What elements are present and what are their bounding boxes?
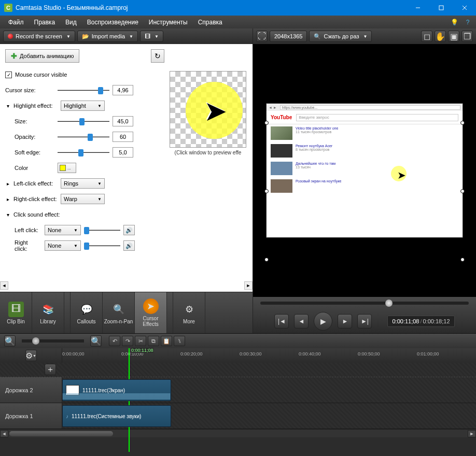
resize-handle[interactable] — [460, 189, 465, 193]
resize-handle[interactable] — [460, 121, 465, 125]
video-frame[interactable]: ◄ ►https://www.youtube... YouTube Введит… — [266, 103, 463, 238]
menu-tools[interactable]: Инструменты — [144, 17, 193, 27]
paste-button[interactable]: 📋 — [161, 336, 172, 346]
expand-leftclick-icon[interactable]: ▸ — [5, 181, 10, 187]
prev-frame-button[interactable]: |◄ — [274, 314, 289, 329]
timeline-options-icon[interactable]: ⚙▼ — [25, 350, 37, 361]
menu-play[interactable]: Воспроизведение — [82, 17, 144, 27]
track1-header[interactable]: Дорожка 1 — [0, 403, 62, 429]
timeline-ruler[interactable]: ⚙▼ 0:00:00;00 0:00:10;00 0:00:20;00 0:00… — [0, 348, 476, 363]
track2-content[interactable]: 11111.trec(Экран) — [62, 377, 476, 403]
app-name: Camtasia Studio — [16, 4, 61, 11]
canvas[interactable]: ◄ ►https://www.youtube... YouTube Введит… — [253, 44, 476, 297]
cursor-size-slider[interactable] — [58, 87, 109, 94]
leftclick-snd-combo[interactable]: None▼ — [45, 225, 81, 235]
cursor-size-value[interactable]: 4,96 — [113, 85, 133, 95]
shrink-fit-button[interactable]: 🔍Сжать до раз▼ — [309, 31, 372, 42]
opacity-slider[interactable] — [58, 133, 109, 140]
record-screen-button[interactable]: Record the screen▼ — [3, 31, 75, 42]
size-slider[interactable] — [58, 118, 109, 125]
step-fwd-button[interactable]: ► — [338, 314, 352, 329]
more-icon: ⚙ — [181, 302, 197, 317]
step-back-button[interactable]: ◄ — [294, 314, 309, 329]
opacity-value[interactable]: 60 — [113, 132, 133, 142]
add-track-button[interactable]: ＋ — [45, 364, 56, 375]
add-animation-button[interactable]: ✚Добавить анимацию — [5, 49, 79, 63]
track1-content[interactable]: ♪ 11111.trec(Системные звуки) — [62, 403, 476, 429]
cursor-preview[interactable]: ➤ — [170, 71, 246, 148]
tab-more[interactable]: ⚙More — [173, 292, 205, 333]
editing-dimensions-icon[interactable]: ⛶ — [256, 31, 268, 42]
hscroll-right-icon[interactable]: ► — [244, 281, 253, 290]
rightclick-vol-slider[interactable] — [84, 242, 120, 249]
zoom-in-icon[interactable]: 🔍 — [90, 335, 102, 347]
pan-tool-icon[interactable]: ✋ — [435, 31, 446, 42]
redo-button[interactable]: ↷ — [122, 336, 133, 346]
menu-help[interactable]: Справка — [193, 17, 228, 27]
split-button[interactable]: ⑊ — [174, 336, 185, 346]
fullscreen-icon[interactable]: ❐ — [461, 31, 473, 42]
resize-handle[interactable] — [264, 258, 269, 262]
resize-handle[interactable] — [264, 189, 269, 193]
tab-clipbin[interactable]: 🎞Clip Bin — [0, 292, 32, 333]
leftclick-effect-combo[interactable]: Rings▼ — [61, 178, 105, 189]
scrubber[interactable] — [253, 297, 476, 309]
color-picker-button[interactable]: ... — [58, 163, 76, 173]
expand-highlight-icon[interactable]: ▾ — [5, 103, 10, 109]
expand-rightclick-icon[interactable]: ▸ — [5, 196, 10, 202]
detach-icon[interactable]: ▣ — [448, 31, 459, 42]
reset-button[interactable]: ↻ — [151, 49, 164, 63]
timeline: 🔍 🔍 ↶ ↷ ✂ ⧉ 📋 ⑊ ⚙▼ 0:00:00;00 0:00:10;00… — [0, 333, 476, 456]
menu-view[interactable]: Вид — [60, 17, 82, 27]
undo-button[interactable]: ↶ — [109, 336, 120, 346]
rightclick-play-icon[interactable]: 🔊 — [123, 240, 135, 251]
film-icon: 🎞 — [145, 33, 150, 39]
timeline-scrollbar[interactable]: ◄ ► — [0, 429, 476, 437]
scroll-thumb[interactable] — [9, 431, 113, 436]
next-frame-button[interactable]: ►| — [357, 314, 372, 329]
zoom-slider[interactable] — [22, 339, 84, 343]
copy-button[interactable]: ⧉ — [148, 336, 159, 346]
cut-button[interactable]: ✂ — [135, 336, 146, 346]
audio-clip[interactable]: ♪ 11111.trec(Системные звуки) — [62, 405, 171, 427]
time-display: 0:00:11;08/0:00:18;12 — [387, 316, 454, 327]
close-button[interactable] — [453, 0, 476, 16]
resize-handle[interactable] — [460, 258, 465, 262]
minimize-button[interactable] — [406, 0, 429, 16]
video-clip[interactable]: 11111.trec(Экран) — [62, 379, 171, 401]
softedge-value[interactable]: 5,0 — [113, 147, 133, 158]
rightclick-effect-combo[interactable]: Warp▼ — [61, 194, 105, 204]
tab-cursor-effects[interactable]: ➤Cursor Effects — [135, 292, 167, 333]
color-label: Color — [5, 165, 54, 171]
import-media-button[interactable]: 📂Import media▼ — [77, 31, 138, 42]
zoom-out-icon[interactable]: 🔍 — [4, 335, 16, 347]
dimensions-button[interactable]: 2048x1365 — [270, 31, 307, 42]
maximize-button[interactable] — [429, 0, 453, 16]
tab-library[interactable]: 📚Library — [32, 292, 64, 333]
softedge-slider[interactable] — [58, 149, 109, 156]
play-button[interactable]: ▶ — [314, 312, 332, 331]
mouse-visible-checkbox[interactable]: ✓ — [5, 72, 12, 78]
tab-zoom[interactable]: 🔍Zoom-n-Pan — [103, 292, 135, 333]
tab-callouts[interactable]: 💬Callouts — [71, 292, 103, 333]
crop-tool-icon[interactable]: ◻ — [421, 31, 432, 42]
rightclick-snd-combo[interactable]: None▼ — [45, 240, 81, 251]
cursor-icon: ➤ — [204, 95, 227, 127]
menu-edit[interactable]: Правка — [29, 17, 61, 27]
size-value[interactable]: 45,0 — [113, 116, 133, 126]
scroll-right-icon[interactable]: ► — [468, 430, 476, 437]
produce-button[interactable]: 🎞▼ — [140, 31, 163, 42]
scroll-left-icon[interactable]: ◄ — [0, 430, 8, 437]
track2-header[interactable]: Дорожка 2 — [0, 377, 62, 403]
help-icon[interactable]: ? — [463, 17, 473, 27]
expand-sound-icon[interactable]: ▾ — [5, 212, 10, 218]
hscroll-left-icon[interactable]: ◄ — [0, 281, 8, 290]
color-swatch — [60, 165, 66, 171]
leftclick-vol-slider[interactable] — [84, 226, 120, 234]
menu-file[interactable]: Файл — [3, 17, 29, 27]
resize-handle[interactable] — [264, 121, 269, 125]
hint-icon[interactable]: 💡 — [449, 17, 459, 27]
highlight-effect-combo[interactable]: Highlight▼ — [61, 101, 105, 111]
leftclick-play-icon[interactable]: 🔊 — [123, 225, 135, 235]
folder-icon: 📂 — [82, 33, 89, 40]
